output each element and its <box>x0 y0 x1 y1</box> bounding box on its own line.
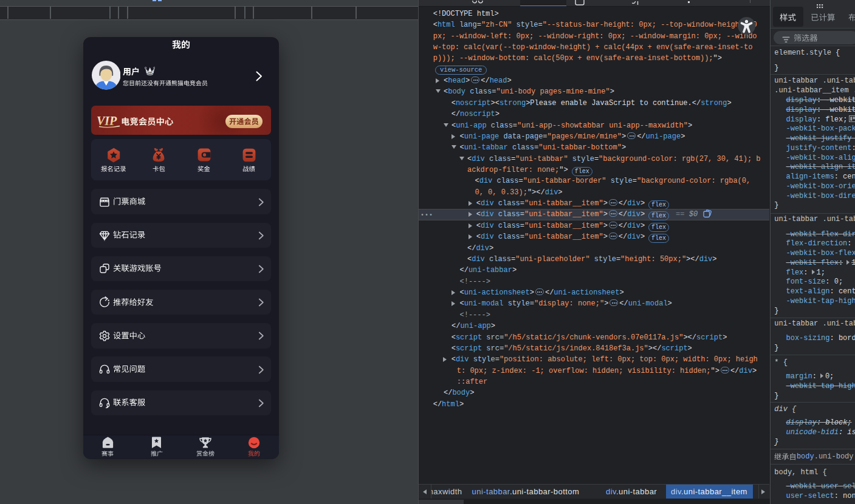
svg-text:VIP: VIP <box>97 114 117 128</box>
svg-text:VIP: VIP <box>148 70 152 73</box>
